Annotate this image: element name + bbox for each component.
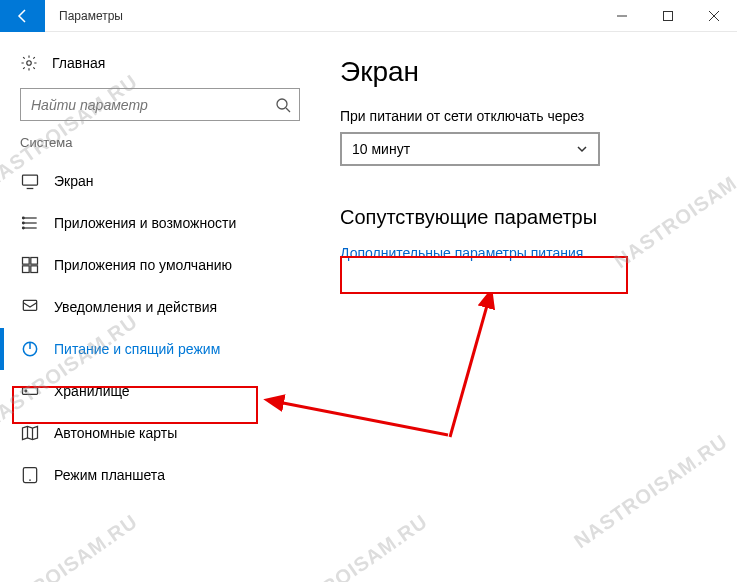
storage-icon: [20, 381, 40, 401]
svg-rect-16: [31, 266, 38, 273]
nav-list: Экран Приложения и возможности Приложени…: [0, 160, 320, 496]
apps-list-icon: [20, 213, 40, 233]
sidebar-item-apps[interactable]: Приложения и возможности: [0, 202, 320, 244]
screen-timeout-select[interactable]: 10 минут: [340, 132, 600, 166]
sidebar-item-label: Питание и спящий режим: [54, 341, 220, 357]
select-value: 10 минут: [352, 141, 410, 157]
search-icon: [275, 97, 291, 113]
svg-rect-1: [664, 11, 673, 20]
tablet-mode-icon: [20, 465, 40, 485]
sidebar-item-label: Экран: [54, 173, 94, 189]
page-title: Экран: [340, 56, 717, 88]
svg-rect-17: [23, 300, 36, 310]
svg-point-21: [25, 390, 27, 392]
minimize-icon: [617, 11, 627, 21]
content-pane: Экран При питании от сети отключать чере…: [320, 32, 737, 582]
svg-rect-14: [31, 258, 38, 265]
svg-rect-15: [23, 266, 30, 273]
search-input[interactable]: [31, 97, 267, 113]
close-button[interactable]: [691, 0, 737, 32]
window-title: Параметры: [45, 9, 599, 23]
default-apps-icon: [20, 255, 40, 275]
sidebar-item-maps[interactable]: Автономные карты: [0, 412, 320, 454]
search-box[interactable]: [20, 88, 300, 121]
arrow-left-icon: [15, 8, 31, 24]
window-controls: [599, 0, 737, 32]
power-icon: [20, 339, 40, 359]
gear-icon: [20, 54, 38, 72]
category-heading: Система: [0, 135, 320, 160]
svg-point-10: [23, 217, 25, 219]
svg-point-2: [27, 61, 32, 66]
offline-maps-icon: [20, 423, 40, 443]
maximize-button[interactable]: [645, 0, 691, 32]
svg-line-4: [286, 108, 290, 112]
svg-rect-13: [23, 258, 30, 265]
sidebar-item-label: Приложения и возможности: [54, 215, 236, 231]
close-icon: [709, 11, 719, 21]
sidebar-item-tablet[interactable]: Режим планшета: [0, 454, 320, 496]
display-icon: [20, 171, 40, 191]
svg-point-11: [23, 222, 25, 224]
additional-power-settings-link[interactable]: Дополнительные параметры питания: [340, 245, 717, 261]
sidebar-item-default-apps[interactable]: Приложения по умолчанию: [0, 244, 320, 286]
sidebar-item-storage[interactable]: Хранилище: [0, 370, 320, 412]
svg-point-12: [23, 227, 25, 229]
sidebar-item-label: Приложения по умолчанию: [54, 257, 232, 273]
sidebar-item-label: Автономные карты: [54, 425, 177, 441]
sidebar-item-notifications[interactable]: Уведомления и действия: [0, 286, 320, 328]
sidebar-item-label: Уведомления и действия: [54, 299, 217, 315]
maximize-icon: [663, 11, 673, 21]
home-link[interactable]: Главная: [0, 48, 320, 88]
titlebar: Параметры: [0, 0, 737, 32]
svg-point-3: [277, 99, 287, 109]
sidebar-item-power[interactable]: Питание и спящий режим: [0, 328, 320, 370]
notifications-icon: [20, 297, 40, 317]
home-label: Главная: [52, 55, 105, 71]
back-button[interactable]: [0, 0, 45, 32]
sidebar-item-display[interactable]: Экран: [0, 160, 320, 202]
svg-rect-5: [23, 175, 38, 185]
sidebar: Главная Система Экран Приложения и возмо…: [0, 32, 320, 582]
chevron-down-icon: [576, 143, 588, 155]
sidebar-item-label: Режим планшета: [54, 467, 165, 483]
plugged-in-label: При питании от сети отключать через: [340, 108, 717, 124]
sidebar-item-label: Хранилище: [54, 383, 130, 399]
minimize-button[interactable]: [599, 0, 645, 32]
related-heading: Сопутствующие параметры: [340, 206, 717, 229]
